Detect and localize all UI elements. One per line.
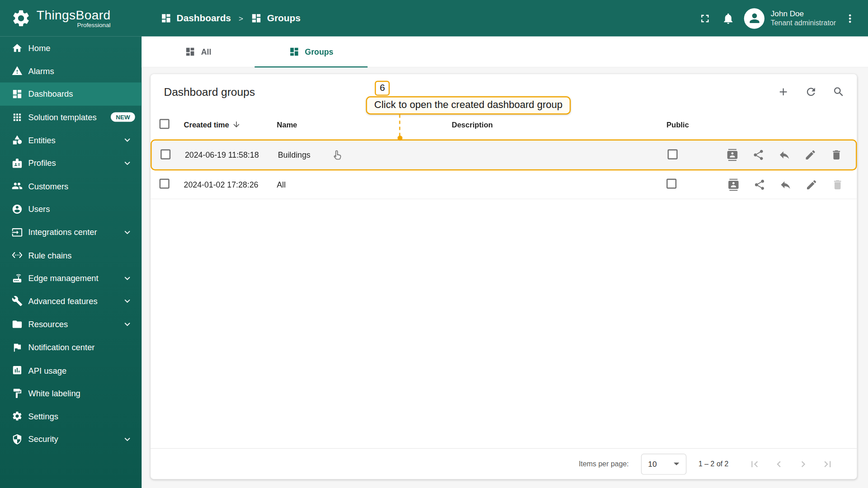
last-page-button[interactable] — [818, 455, 837, 474]
sidebar-item-home[interactable]: Home — [0, 37, 142, 60]
manage-group-users-button[interactable] — [727, 178, 740, 191]
paint-icon — [12, 388, 23, 399]
fullscreen-icon — [698, 12, 711, 24]
unshare-group-button[interactable] — [778, 149, 791, 161]
sidebar-item-resources[interactable]: Resources — [0, 313, 142, 336]
sidebar-item-integrations-center[interactable]: Integrations center — [0, 221, 142, 244]
user-name: John Doe — [771, 9, 836, 19]
person-icon — [747, 11, 762, 25]
row-actions — [723, 149, 844, 161]
sidebar-item-api-usage[interactable]: API usage — [0, 359, 142, 382]
sidebar-item-label: Home — [28, 43, 137, 53]
sidebar-item-white-labeling[interactable]: White labeling — [0, 382, 142, 405]
items-per-page-select[interactable]: 10 — [641, 453, 686, 474]
caret-down-icon — [674, 463, 679, 465]
sidebar-item-label: Integrations center — [28, 227, 116, 237]
column-header-public[interactable]: Public — [666, 120, 722, 128]
warning-icon — [12, 66, 23, 76]
chevron-left-icon — [773, 458, 785, 470]
breadcrumb: Dashboards > Groups — [142, 13, 300, 23]
category-icon — [12, 135, 23, 145]
previous-page-button[interactable] — [769, 455, 788, 474]
search-button[interactable] — [828, 81, 849, 103]
build-icon — [12, 296, 23, 306]
badge-icon — [12, 158, 23, 169]
row-checkbox[interactable] — [160, 179, 170, 189]
fullscreen-button[interactable] — [693, 7, 716, 30]
thingsboard-logo[interactable]: ThingsBoard Professional — [0, 8, 142, 28]
brand-subtitle: Professional — [77, 22, 110, 28]
brand: ThingsBoard Professional — [37, 8, 111, 28]
sidebar-item-label: Alarms — [28, 66, 137, 76]
select-all-checkbox[interactable] — [160, 119, 170, 129]
unshare-group-button[interactable] — [779, 178, 792, 191]
sidebar-item-security[interactable]: Security — [0, 428, 142, 451]
dashboard-icon — [160, 13, 171, 23]
breadcrumb-label: Dashboards — [177, 13, 231, 23]
column-label: Public — [666, 120, 689, 128]
dashboard-groups-card: Dashboard groups — [151, 74, 857, 479]
row-actions — [722, 178, 846, 191]
sidebar-item-label: Dashboards — [28, 89, 137, 99]
add-group-button[interactable] — [773, 81, 794, 103]
delete-icon — [830, 149, 843, 161]
more-menu-button[interactable] — [838, 7, 861, 30]
share-icon — [754, 178, 766, 191]
column-label: Created time — [184, 120, 229, 128]
sidebar-item-label: White labeling — [28, 389, 137, 398]
sidebar-item-customers[interactable]: Customers — [0, 174, 142, 197]
search-icon — [833, 86, 845, 98]
sidebar-item-settings[interactable]: Settings — [0, 405, 142, 428]
contacts-icon — [726, 149, 739, 161]
share-group-button[interactable] — [752, 149, 764, 161]
row-checkbox[interactable] — [160, 149, 170, 159]
sidebar-item-dashboards[interactable]: Dashboards — [0, 83, 142, 106]
share-group-button[interactable] — [754, 178, 766, 191]
sidebar-item-label: Profiles — [28, 159, 116, 168]
sort-descending-icon — [232, 120, 241, 129]
apps-icon — [12, 112, 23, 122]
next-page-button[interactable] — [794, 455, 813, 474]
manage-group-users-button[interactable] — [726, 149, 739, 161]
tab-groups[interactable]: Groups — [255, 37, 368, 67]
header-actions: John Doe Tenant administrator — [693, 7, 868, 30]
delete-group-button[interactable] — [830, 149, 843, 161]
first-page-button[interactable] — [745, 455, 764, 474]
column-header-name[interactable]: Name — [277, 120, 452, 128]
edit-group-button[interactable] — [806, 178, 818, 191]
sidebar-item-profiles[interactable]: Profiles — [0, 151, 142, 174]
breadcrumb-dashboards[interactable]: Dashboards — [160, 13, 231, 23]
contacts-icon — [727, 178, 740, 191]
sidebar-item-edge-management[interactable]: Edge management — [0, 267, 142, 290]
chevron-down-icon — [122, 296, 132, 306]
breadcrumb-groups[interactable]: Groups — [251, 13, 301, 23]
table-row[interactable]: 2024-06-19 11:58:18Buildings — [151, 140, 857, 171]
sidebar-item-rule-chains[interactable]: Rule chains — [0, 244, 142, 267]
chevron-right-icon — [797, 458, 809, 470]
table-row[interactable]: 2024-01-02 17:28:26All — [151, 170, 857, 199]
edit-icon — [804, 149, 816, 161]
sidebar-item-notification-center[interactable]: Notification center — [0, 336, 142, 359]
sidebar-item-label: Settings — [28, 412, 137, 421]
router-icon — [12, 272, 23, 283]
sidebar-item-entities[interactable]: Entities — [0, 129, 142, 152]
refresh-button[interactable] — [801, 81, 822, 103]
public-checkbox[interactable] — [666, 179, 676, 189]
column-header-description[interactable]: Description — [452, 120, 666, 128]
delete-group-button[interactable] — [831, 178, 844, 191]
public-checkbox[interactable] — [668, 149, 678, 159]
breadcrumb-label: Groups — [267, 13, 301, 23]
chart-icon — [12, 365, 23, 375]
brand-title: ThingsBoard — [37, 8, 111, 22]
avatar[interactable] — [744, 8, 764, 28]
notifications-button[interactable] — [717, 7, 740, 30]
sidebar-item-alarms[interactable]: Alarms — [0, 60, 142, 83]
chevron-down-icon — [122, 158, 132, 169]
tab-all[interactable]: All — [142, 37, 255, 67]
chevron-down-icon — [122, 272, 132, 283]
sidebar-item-solution-templates[interactable]: Solution templatesNEW — [0, 106, 142, 129]
column-header-created-time[interactable]: Created time — [184, 120, 277, 129]
edit-group-button[interactable] — [804, 149, 816, 161]
sidebar-item-users[interactable]: Users — [0, 197, 142, 221]
sidebar-item-advanced-features[interactable]: Advanced features — [0, 290, 142, 313]
